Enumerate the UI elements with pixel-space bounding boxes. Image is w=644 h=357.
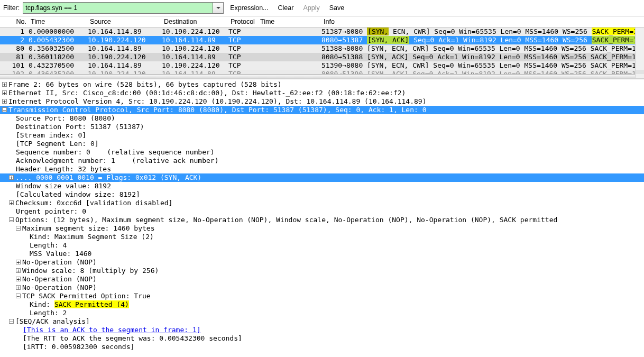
detail-mss-val[interactable]: MSS Value: 1460 [0, 250, 644, 258]
expand-collapse-icon[interactable]: + [2, 99, 7, 104]
cell-info: 8080→51388 [SYN, ACK] Seq=0 Ack=1 Win=81… [319, 53, 644, 61]
packet-details-pane[interactable]: +Frame 2: 66 bytes on wire (528 bits), 6… [0, 79, 644, 354]
col-destination[interactable]: Destination [162, 17, 228, 26]
cell-time2 [256, 36, 319, 44]
detail-sack-kind[interactable]: Kind: SACK Permitted (4) [0, 300, 644, 309]
detail-urgent[interactable]: Urgent pointer: 0 [0, 207, 644, 216]
expand-collapse-icon[interactable]: + [2, 82, 7, 87]
detail-seq-ack-analysis[interactable]: −[SEQ/ACK analysis] [0, 317, 644, 326]
col-time[interactable]: Time [29, 17, 88, 26]
cell-info: 8080→51387 [SYN, ACK] Seq=0 Ack=1 Win=81… [319, 36, 644, 44]
expand-collapse-icon[interactable]: + [16, 285, 21, 290]
detail-flags[interactable]: +.... 0000 0001 0010 = Flags: 0x012 (SYN… [0, 173, 644, 182]
col-info[interactable]: Info [321, 17, 642, 26]
col-no[interactable]: No. [2, 17, 29, 26]
detail-ack[interactable]: Acknowledgment number: 1 (relative ack n… [0, 157, 644, 165]
detail-sack-len[interactable]: Length: 2 [0, 309, 644, 317]
cell-destination: 10.190.224.120 [160, 61, 226, 70]
pane-splitter[interactable] [0, 74, 644, 78]
packet-row-selected[interactable]: 2 0.005432300 10.190.224.120 10.164.114.… [0, 36, 644, 44]
detail-ip[interactable]: +Internet Protocol Version 4, Src: 10.19… [0, 97, 644, 106]
cell-source: 10.164.114.89 [86, 28, 160, 36]
detail-irtt[interactable]: [iRTT: 0.005982300 seconds] [0, 343, 644, 351]
filter-dropdown-icon[interactable] [213, 3, 223, 13]
detail-nop[interactable]: +No-Operation (NOP) [0, 275, 644, 283]
detail-stream-index[interactable]: [Stream index: 0] [0, 131, 644, 140]
flag-chip: [SYN, ACK] [367, 36, 409, 44]
col-protocol[interactable]: Protocol [228, 17, 258, 26]
expand-collapse-icon[interactable]: + [16, 260, 21, 264]
cell-protocol: TCP [226, 36, 256, 44]
filter-input[interactable] [23, 2, 224, 14]
detail-window-scale[interactable]: +Window scale: 8 (multiply by 256) [0, 267, 644, 275]
detail-checksum[interactable]: +Checksum: 0xcc6d [validation disabled] [0, 199, 644, 207]
cell-source: 10.190.224.120 [86, 53, 160, 61]
cell-no: 80 [0, 44, 26, 53]
packet-list[interactable]: 1 0.000000000 10.164.114.89 10.190.224.1… [0, 28, 644, 79]
cell-time2 [256, 28, 319, 36]
packet-row-cutoff: 102 0.436435200 10.190.224.120 10.164.11… [0, 70, 644, 74]
detail-rtt[interactable]: [The RTT to ACK the segment was: 0.00543… [0, 334, 644, 343]
expand-collapse-icon[interactable]: − [16, 294, 21, 298]
detail-seq[interactable]: Sequence number: 0 (relative sequence nu… [0, 148, 644, 157]
detail-ethernet[interactable]: +Ethernet II, Src: Cisco_c8:dc:00 (00:1d… [0, 89, 644, 97]
detail-options[interactable]: −Options: (12 bytes), Maximum segment si… [0, 216, 644, 224]
expand-collapse-icon[interactable]: + [16, 277, 21, 281]
expression-button[interactable]: Expression... [227, 3, 271, 13]
detail-tcp[interactable]: −Transmission Control Protocol, Src Port… [0, 106, 644, 114]
detail-calc-window[interactable]: [Calculated window size: 8192] [0, 190, 644, 199]
frame-link[interactable]: [This is an ACK to the segment in frame:… [23, 326, 201, 334]
cell-no: 101 [0, 61, 26, 70]
cell-source: 10.164.114.89 [86, 44, 160, 53]
detail-window[interactable]: Window size value: 8192 [0, 182, 644, 190]
packet-row[interactable]: 81 0.360118200 10.190.224.120 10.164.114… [0, 53, 644, 61]
expand-collapse-icon[interactable]: + [2, 90, 7, 95]
detail-segment-len[interactable]: [TCP Segment Len: 0] [0, 140, 644, 148]
filter-toolbar: Filter: Expression... Clear Apply Save [0, 0, 644, 16]
detail-header-len[interactable]: Header Length: 32 bytes [0, 165, 644, 173]
detail-dst-port[interactable]: Destination Port: 51387 (51387) [0, 123, 644, 131]
filter-combo[interactable] [23, 2, 224, 14]
expand-collapse-icon[interactable]: − [9, 319, 14, 324]
cell-info: 51388→8080 [SYN, ECN, CWR] Seq=0 Win=655… [319, 44, 644, 53]
expand-collapse-icon[interactable]: − [9, 217, 14, 222]
col-time2[interactable]: Time [258, 17, 321, 26]
cell-no: 1 [0, 28, 26, 36]
cell-protocol: TCP [226, 28, 256, 36]
expand-collapse-icon[interactable]: + [16, 268, 21, 273]
detail-sack-permitted[interactable]: −TCP SACK Permitted Option: True [0, 292, 644, 300]
cell-protocol: TCP [226, 44, 256, 53]
expand-collapse-icon[interactable]: − [16, 226, 21, 231]
sack-chip: SACK_PERM=1 [592, 36, 638, 44]
cell-info: 51390→8080 [SYN, ECN, CWR] Seq=0 Win=655… [319, 61, 644, 70]
cell-info: 51387→8080 [SYN, ECN, CWR] Seq=0 Win=655… [319, 28, 644, 36]
cell-protocol: TCP [226, 53, 256, 61]
cell-time: 0.005432300 [26, 36, 86, 44]
cell-time: 0.360118200 [26, 53, 86, 61]
detail-frame[interactable]: +Frame 2: 66 bytes on wire (528 bits), 6… [0, 80, 644, 89]
packet-list-header: No. Time Source Destination Protocol Tim… [0, 16, 644, 28]
cell-time2 [256, 44, 319, 53]
expand-collapse-icon[interactable]: + [9, 200, 14, 205]
detail-ack-to-frame[interactable]: [This is an ACK to the segment in frame:… [0, 326, 644, 334]
cell-source: 10.190.224.120 [86, 36, 160, 44]
col-source[interactable]: Source [88, 17, 162, 26]
cell-time2 [256, 61, 319, 70]
clear-button[interactable]: Clear [275, 3, 297, 13]
detail-nop[interactable]: +No-Operation (NOP) [0, 283, 644, 292]
packet-row[interactable]: 80 0.356032500 10.164.114.89 10.190.224.… [0, 44, 644, 53]
detail-nop[interactable]: +No-Operation (NOP) [0, 258, 644, 267]
sack-chip: SACK_PERM=1 [592, 28, 638, 35]
packet-row[interactable]: 101 0.432370500 10.164.114.89 10.190.224… [0, 61, 644, 70]
detail-mss-len[interactable]: Length: 4 [0, 241, 644, 250]
detail-src-port[interactable]: Source Port: 8080 (8080) [0, 114, 644, 123]
detail-mss-kind[interactable]: Kind: Maximum Segment Size (2) [0, 233, 644, 241]
expand-collapse-icon[interactable]: + [9, 175, 14, 180]
detail-mss[interactable]: −Maximum segment size: 1460 bytes [0, 224, 644, 233]
expand-collapse-icon[interactable]: − [2, 107, 7, 112]
cell-time: 0.432370500 [26, 61, 86, 70]
save-button[interactable]: Save [326, 3, 348, 13]
packet-row[interactable]: 1 0.000000000 10.164.114.89 10.190.224.1… [0, 28, 644, 36]
apply-button: Apply [300, 3, 323, 13]
cell-destination: 10.164.114.89 [160, 53, 226, 61]
